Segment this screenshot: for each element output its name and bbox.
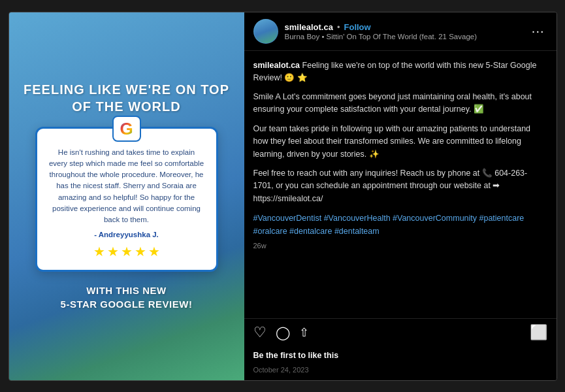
time-ago: 26w	[253, 242, 547, 250]
header-info: smilealot.ca • Follow Burna Boy • Sittin…	[285, 22, 529, 41]
bottom-heading: WITH THIS NEW5-STAR GOOGLE REVIEW!	[61, 284, 193, 311]
post-container: FEELING LIKE WE'RE ON TOP OF THE WORLD G…	[8, 12, 557, 381]
reviewer-name: - Andreyyushka J.	[49, 231, 204, 238]
date-row: October 24, 2023	[244, 362, 557, 380]
avatar-image	[254, 20, 278, 43]
post-header: smilealot.ca • Follow Burna Boy • Sittin…	[244, 12, 557, 51]
caption-username[interactable]: smilealot.ca	[253, 61, 300, 70]
comment-icon[interactable]: ◯	[276, 326, 290, 340]
star-3: ★	[121, 244, 133, 259]
music-subtitle: Burna Boy • Sittin' On Top Of The World …	[285, 33, 529, 41]
review-text: He isn't rushing and takes time to expla…	[49, 147, 204, 226]
likes-row: Be the first to like this	[244, 346, 557, 362]
star-5: ★	[148, 244, 160, 259]
action-bar: ♡ ◯ ⇧ ⬜	[244, 318, 557, 346]
review-card: G He isn't rushing and takes time to exp…	[35, 127, 218, 272]
left-panel: FEELING LIKE WE'RE ON TOP OF THE WORLD G…	[9, 12, 244, 380]
hashtags[interactable]: #VancouverDentist #VancouverHealth #Vanc…	[253, 212, 547, 238]
follow-button[interactable]: Follow	[344, 22, 371, 32]
username: smilealot.ca	[285, 22, 333, 32]
star-1: ★	[93, 244, 105, 259]
caption-block: smilealot.ca Feeling like we're on top o…	[253, 59, 547, 85]
heart-icon[interactable]: ♡	[253, 325, 266, 340]
post-date: October 24, 2023	[253, 366, 309, 374]
share-icon[interactable]: ⇧	[299, 327, 309, 340]
paragraph-3: Feel free to reach out with any inquirie…	[253, 167, 547, 205]
post-body: smilealot.ca Feeling like we're on top o…	[244, 51, 557, 318]
star-2: ★	[107, 244, 119, 259]
likes-prefix: Be the first to	[253, 351, 308, 360]
google-logo: G	[112, 116, 141, 142]
paragraph-2: Our team takes pride in following up wit…	[253, 123, 547, 161]
paragraph-1: Smile A Lot's commitment goes beyond jus…	[253, 91, 547, 116]
dot-separator: •	[337, 22, 340, 32]
right-panel: smilealot.ca • Follow Burna Boy • Sittin…	[244, 12, 557, 380]
action-icons-left: ♡ ◯ ⇧	[253, 325, 530, 340]
likes-text: Be the first to like this	[253, 351, 339, 360]
google-g-letter: G	[120, 120, 133, 137]
stars-row: ★ ★ ★ ★ ★	[49, 244, 204, 259]
likes-bold: like this	[308, 351, 339, 360]
top-heading: FEELING LIKE WE'RE ON TOP OF THE WORLD	[22, 81, 231, 115]
star-4: ★	[135, 244, 146, 259]
username-row: smilealot.ca • Follow	[285, 22, 529, 32]
more-options-icon[interactable]: ···	[529, 24, 547, 39]
bookmark-icon[interactable]: ⬜	[530, 324, 547, 341]
avatar	[253, 19, 278, 44]
